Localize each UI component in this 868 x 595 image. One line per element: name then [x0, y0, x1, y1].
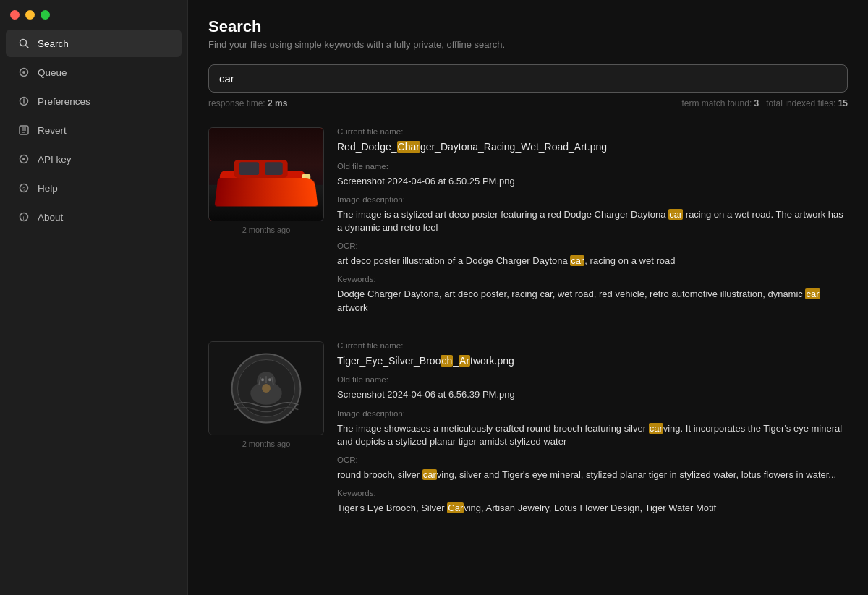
term-match-value: 3: [754, 98, 760, 108]
search-container: [188, 59, 868, 93]
maximize-button[interactable]: [41, 10, 50, 20]
highlight: car: [570, 255, 584, 266]
page-subtitle: Find your files using simple keywords wi…: [208, 39, 848, 50]
svg-point-25: [235, 188, 241, 194]
keywords-value: Tiger's Eye Brooch, Silver Carving, Arti…: [337, 502, 848, 515]
stats-bar: response time: 2 ms term match found: 3 …: [188, 93, 868, 114]
sidebar-label-preferences: Preferences: [38, 96, 90, 107]
image-desc: The image is a stylized art deco poster …: [337, 208, 848, 234]
close-button[interactable]: [10, 10, 20, 20]
thumbnail: [208, 127, 324, 221]
image-desc-label: Image description:: [337, 409, 848, 418]
response-time: response time: 2 ms: [208, 98, 287, 108]
search-input[interactable]: [208, 64, 848, 93]
sidebar-item-about[interactable]: i About: [6, 203, 182, 231]
sidebar-item-search[interactable]: Search: [6, 30, 182, 57]
minimize-button[interactable]: [25, 10, 35, 20]
svg-rect-32: [288, 203, 306, 205]
help-icon: ?: [17, 181, 30, 194]
svg-line-1: [26, 46, 29, 48]
current-filename: Red_Dodge_Charger_Daytona_Racing_Wet_Roa…: [337, 140, 848, 155]
highlight: car: [805, 288, 820, 299]
keywords-label: Keywords:: [337, 275, 848, 283]
ocr-label: OCR:: [337, 455, 848, 464]
old-filename-label: Old file name:: [337, 375, 848, 384]
keywords-label: Keywords:: [337, 489, 848, 497]
table-row: 2 months ago Current file name: Tiger_Ey…: [208, 328, 848, 529]
svg-point-42: [268, 378, 271, 381]
sidebar-label-queue: Queue: [38, 67, 67, 78]
total-indexed-value: 15: [838, 98, 848, 108]
sidebar-label-revert: Revert: [38, 125, 67, 136]
highlight: Char: [397, 141, 420, 153]
sidebar-item-revert[interactable]: Revert: [6, 116, 182, 144]
thumb-image: [209, 127, 323, 221]
page-header: Search Find your files using simple keyw…: [188, 0, 868, 59]
svg-point-43: [262, 384, 271, 393]
sidebar-item-apikey[interactable]: API key: [6, 145, 182, 173]
result-time: 2 months ago: [242, 226, 291, 234]
sidebar: Search Queue Preferences: [0, 0, 188, 595]
preferences-icon: [17, 95, 30, 108]
result-details: Current file name: Tiger_Eye_Silver_Broo…: [337, 341, 848, 515]
old-filename-label: Old file name:: [337, 162, 848, 171]
image-desc-label: Image description:: [337, 195, 848, 204]
svg-text:i: i: [23, 215, 25, 221]
thumbnail-container: 2 months ago: [208, 341, 324, 515]
svg-point-26: [284, 181, 304, 201]
highlight: Car: [447, 502, 464, 513]
index-stats: term match found: 3 total indexed files:…: [682, 98, 848, 108]
result-time: 2 months ago: [242, 440, 291, 448]
sidebar-item-help[interactable]: ? Help: [6, 174, 182, 202]
current-filename-label: Current file name:: [337, 127, 848, 136]
highlight: car: [422, 469, 437, 480]
svg-point-3: [22, 71, 25, 74]
sidebar-label-apikey: API key: [38, 154, 72, 165]
sidebar-item-queue[interactable]: Queue: [6, 59, 182, 86]
highlight: car: [668, 209, 683, 220]
page-title: Search: [208, 17, 848, 36]
svg-rect-18: [209, 185, 323, 221]
svg-rect-29: [302, 174, 310, 180]
current-filename: Tiger_Eye_Silver_Brooch_Artwork.png: [337, 354, 848, 369]
ocr-label: OCR:: [337, 241, 848, 250]
svg-rect-22: [265, 162, 283, 175]
svg-point-28: [291, 188, 297, 194]
thumbnail-container: 2 months ago: [208, 127, 324, 314]
thumbnail: [208, 341, 324, 435]
main-content: Search Find your files using simple keyw…: [188, 0, 868, 595]
response-time-value: 2 ms: [268, 98, 287, 108]
table-row: 2 months ago Current file name: Red_Dodg…: [208, 114, 848, 328]
result-details: Current file name: Red_Dodge_Charger_Day…: [337, 127, 848, 314]
highlight: Ar: [459, 355, 470, 367]
svg-rect-31: [255, 203, 273, 205]
svg-text:?: ?: [22, 186, 26, 192]
about-icon: i: [17, 210, 30, 223]
queue-icon: [17, 66, 30, 79]
sidebar-label-search: Search: [38, 38, 69, 49]
svg-point-41: [261, 378, 264, 381]
svg-rect-30: [224, 203, 242, 205]
search-icon: [17, 37, 30, 50]
current-filename-label: Current file name:: [337, 341, 848, 350]
svg-point-12: [22, 158, 25, 160]
ocr-value: art deco poster illustration of a Dodge …: [337, 254, 848, 267]
apikey-icon: [17, 153, 30, 166]
svg-rect-21: [239, 162, 259, 175]
highlight: car: [649, 423, 663, 434]
ocr-value: round brooch, silver carving, silver and…: [337, 468, 848, 481]
results-list: 2 months ago Current file name: Red_Dodg…: [188, 114, 868, 595]
svg-point-23: [228, 181, 248, 201]
svg-point-27: [288, 185, 299, 197]
old-filename: Screenshot 2024-04-06 at 6.56.39 PM.png: [337, 388, 848, 401]
traffic-lights: [10, 10, 50, 20]
sidebar-label-about: About: [38, 212, 63, 223]
svg-point-24: [232, 185, 244, 197]
keywords-value: Dodge Charger Daytona, art deco poster, …: [337, 288, 848, 314]
revert-icon: [17, 124, 30, 137]
thumb-image: [209, 341, 323, 435]
highlight: ch: [441, 355, 453, 367]
sidebar-item-preferences[interactable]: Preferences: [6, 87, 182, 115]
old-filename: Screenshot 2024-04-06 at 6.50.25 PM.png: [337, 175, 848, 188]
image-desc: The image showcases a meticulously craft…: [337, 422, 848, 448]
